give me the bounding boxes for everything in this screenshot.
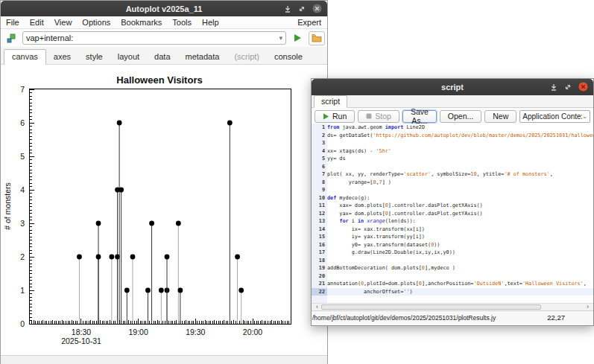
x-tick-label: 19:30	[186, 328, 205, 336]
data-point	[96, 221, 101, 226]
play-icon	[323, 113, 329, 120]
tab-canvas[interactable]: canvas	[4, 49, 46, 65]
plot-title: Halloween Visitors	[116, 74, 202, 86]
tab-layout[interactable]: layout	[110, 50, 147, 64]
run-button[interactable]: Run	[315, 110, 355, 123]
line-number: 15	[312, 233, 327, 241]
menu-bar: File Edit View Options Bookmarks Tools H…	[1, 16, 327, 29]
code-line	[327, 257, 593, 265]
line-number: 21	[312, 280, 327, 288]
gui-builder-icon[interactable]	[3, 31, 19, 45]
line-number: 2	[312, 132, 327, 140]
x-axis-date-label: 2025-10-31	[61, 336, 101, 345]
line-number: 20	[312, 272, 327, 281]
data-point	[165, 255, 170, 260]
code-line: from java.awt.geom import Line2D	[327, 124, 593, 132]
status-strip	[1, 355, 327, 364]
data-point	[124, 288, 130, 293]
close-icon[interactable]	[578, 82, 588, 92]
scrollbar-thumb[interactable]	[321, 304, 541, 310]
tab-metadata[interactable]: metadata	[178, 50, 227, 64]
application-context-select[interactable]: Application Context ⌄	[519, 110, 590, 123]
code-line: y0= yax.transform(dataset(0))	[327, 241, 593, 249]
uri-bar: vap+internal: ▾	[1, 29, 327, 47]
menu-view[interactable]: View	[49, 18, 78, 27]
code-line: ix= xax.transform(xx[i])	[327, 226, 593, 234]
tab-axes[interactable]: axes	[46, 50, 78, 64]
code-line: g.draw(Line2D.Double(ix,iy,ix,y0))	[327, 249, 593, 257]
data-point	[238, 288, 244, 293]
line-number: 9	[312, 186, 327, 194]
minimize-icon[interactable]	[550, 83, 557, 91]
script-editor-window: script script Run Stop Save As... Open..…	[311, 78, 594, 326]
code-line: annotation(0,plotId=dom.plots[0],anchorP…	[327, 280, 593, 288]
go-play-button[interactable]	[289, 31, 306, 45]
data-point	[235, 255, 240, 260]
tab-data[interactable]: data	[147, 50, 177, 64]
code-line: yy= ds	[327, 155, 593, 163]
scroll-right-arrow-icon[interactable]: ›	[584, 304, 592, 310]
expert-mode-label[interactable]: Expert	[297, 18, 327, 27]
svg-text:7: 7	[20, 85, 25, 94]
data-point	[159, 288, 164, 293]
svg-text:0: 0	[20, 319, 25, 328]
open-file-button[interactable]	[309, 31, 325, 45]
data-point	[117, 121, 122, 126]
data-point	[145, 288, 151, 293]
stop-icon	[366, 113, 372, 119]
line-number: 10	[312, 194, 327, 202]
menu-options[interactable]: Options	[77, 18, 116, 27]
minimize-icon[interactable]	[284, 5, 291, 13]
autoplot-titlebar[interactable]: Autoplot v2025a_11	[1, 1, 327, 16]
menu-tools[interactable]: Tools	[167, 18, 197, 27]
menu-file[interactable]: File	[1, 18, 25, 27]
line-number: 13	[312, 217, 327, 226]
line-number: 3	[312, 139, 327, 147]
file-path: /home/jbf/ct/autoplot/git/dev/demos/2025…	[312, 314, 496, 322]
code-editor[interactable]: 12345678910111213141516171819202122 from…	[312, 124, 593, 303]
maximize-icon[interactable]	[298, 5, 306, 13]
uri-value[interactable]: vap+internal:	[26, 33, 279, 42]
line-number: 14	[312, 226, 327, 234]
menu-help[interactable]: Help	[197, 18, 224, 27]
close-icon[interactable]	[312, 4, 322, 13]
script-titlebar[interactable]: script	[312, 79, 593, 95]
scroll-left-arrow-icon[interactable]: ‹	[313, 304, 321, 310]
maximize-icon[interactable]	[564, 83, 572, 91]
script-toolbar: Run Stop Save As... Open... New Applicat…	[312, 108, 593, 124]
tab-script[interactable]: (script)	[227, 50, 267, 64]
line-number: 11	[312, 202, 327, 210]
code-line	[327, 139, 593, 147]
line-number-gutter: 12345678910111213141516171819202122	[312, 124, 327, 303]
open-button[interactable]: Open...	[440, 110, 481, 123]
editor-status-bar: /home/jbf/ct/autoplot/git/dev/demos/2025…	[312, 310, 593, 325]
line-number: 5	[312, 155, 327, 163]
code-line: for i in xrange(len(ds)):	[327, 217, 593, 226]
script-window-title: script	[441, 83, 464, 92]
desktop: Autoplot v2025a_11 File Edit View Option…	[0, 0, 594, 364]
caret-position: 22,27	[547, 313, 565, 322]
menu-bookmarks[interactable]: Bookmarks	[116, 18, 167, 27]
data-point	[96, 255, 101, 260]
stop-button[interactable]: Stop	[358, 110, 399, 123]
tab-console[interactable]: console	[267, 50, 310, 64]
menu-edit[interactable]: Edit	[25, 18, 49, 27]
uri-combobox[interactable]: vap+internal: ▾	[22, 31, 286, 45]
data-point	[119, 188, 124, 193]
line-number: 7	[312, 170, 327, 179]
svg-text:1: 1	[20, 286, 25, 295]
tab-style[interactable]: style	[78, 50, 110, 64]
svg-text:2: 2	[20, 252, 25, 261]
save-as-button[interactable]: Save As...	[402, 110, 437, 123]
script-tab-row: script	[312, 95, 593, 108]
tab-script-file[interactable]: script	[314, 95, 347, 108]
chevron-down-icon[interactable]: ▾	[279, 35, 282, 42]
line-number: 19	[312, 264, 327, 272]
new-button[interactable]: New	[484, 110, 516, 123]
plot-canvas-area: Halloween Visitors# of monsters012345671…	[1, 65, 327, 355]
halloween-visitors-plot[interactable]: Halloween Visitors# of monsters012345671…	[1, 71, 306, 355]
code-line: yax= dom.plots[0].controller.dasPlot.get…	[327, 210, 593, 218]
svg-text:4: 4	[20, 185, 25, 194]
x-tick-label: 19:00	[129, 328, 148, 336]
x-tick-label: 18:30	[72, 328, 91, 336]
